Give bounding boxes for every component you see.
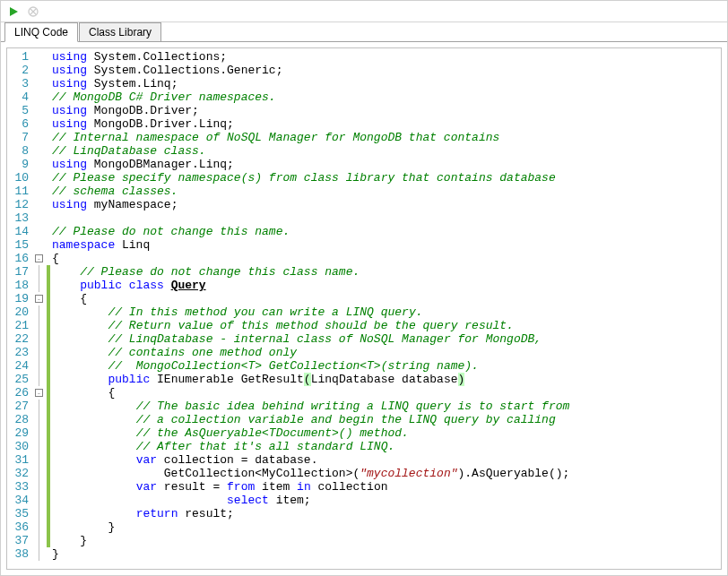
code-line[interactable]: using MongoDB.Driver; [52, 104, 721, 117]
code-line[interactable]: } [52, 534, 721, 547]
code-line[interactable]: var collection = database. [52, 453, 721, 467]
code-token: { [52, 252, 59, 265]
code-line[interactable]: // MongoCollection<T> GetCollection<T>(s… [52, 359, 721, 373]
code-line[interactable]: public class Query [52, 279, 721, 292]
line-number: 3 [9, 77, 29, 90]
code-line[interactable]: using System.Collections; [52, 50, 721, 64]
line-number: 7 [9, 131, 29, 144]
code-line[interactable]: select item; [52, 494, 721, 507]
tab-linq-code[interactable]: LINQ Code [4, 22, 78, 42]
code-editor[interactable]: 1234567891011121314151617181920212223242… [6, 47, 722, 570]
code-line[interactable]: // After that it's all standard LINQ. [52, 440, 721, 453]
code-line[interactable]: using MongoDB.Driver.Linq; [52, 117, 721, 131]
code-line[interactable]: namespace Linq [52, 238, 721, 252]
code-token: } [52, 547, 59, 561]
fold-marker [34, 507, 47, 520]
code-line[interactable]: // Please do not change this name. [52, 225, 721, 238]
fold-marker [34, 171, 47, 185]
code-token: // Please do not change this name. [52, 225, 290, 238]
line-number: 34 [9, 494, 29, 507]
code-line[interactable]: { [52, 292, 721, 305]
line-number: 8 [9, 144, 29, 158]
code-line[interactable]: using System.Linq; [52, 77, 721, 90]
tab-class-library[interactable]: Class Library [79, 22, 161, 41]
fold-marker [34, 90, 47, 104]
line-number: 15 [9, 238, 29, 252]
code-token: System.Linq; [94, 77, 178, 90]
code-line[interactable]: { [52, 386, 721, 400]
code-token: in [297, 480, 317, 494]
code-line[interactable]: // the AsQueryable<TDocument>() method. [52, 426, 721, 440]
code-line[interactable]: } [52, 547, 721, 561]
code-line[interactable]: // In this method you can write a LINQ q… [52, 305, 721, 319]
fold-marker [34, 400, 47, 413]
code-line[interactable]: // Please do not change this class name. [52, 265, 721, 279]
code-token: item; [276, 494, 311, 507]
code-token: using [52, 158, 94, 171]
code-line[interactable]: // Please specify namespace(s) from clas… [52, 171, 721, 185]
fold-marker [34, 534, 47, 547]
code-line[interactable]: // LinqDatabase class. [52, 144, 721, 158]
run-button[interactable] [4, 3, 22, 21]
code-line[interactable]: // schema classes. [52, 185, 721, 198]
line-number-gutter: 1234567891011121314151617181920212223242… [7, 48, 34, 569]
code-token [52, 359, 108, 373]
fold-marker [34, 265, 47, 279]
fold-marker [34, 494, 47, 507]
fold-toggle-icon[interactable]: - [35, 389, 43, 397]
line-number: 19 [9, 292, 29, 305]
line-number: 26 [9, 386, 29, 400]
fold-marker: - [34, 292, 47, 305]
code-token: // After that it's all standard LINQ. [136, 440, 395, 453]
code-token: ( [304, 373, 311, 386]
code-token: var [136, 453, 164, 467]
code-line[interactable]: // a collection variable and begin the L… [52, 413, 721, 426]
editor-container: 1234567891011121314151617181920212223242… [1, 42, 727, 575]
fold-toggle-icon[interactable]: - [35, 254, 43, 262]
code-line[interactable]: using myNamespace; [52, 198, 721, 211]
code-line[interactable]: // MongoDB C# Driver namespaces. [52, 90, 721, 104]
line-number: 37 [9, 534, 29, 547]
code-token: // LinqDatabase - internal class of NoSQ… [108, 332, 542, 346]
toolbar [1, 1, 727, 22]
code-line[interactable]: } [52, 520, 721, 534]
code-token: System.Collections; [94, 50, 227, 64]
code-token [52, 373, 108, 386]
code-line[interactable]: public IEnumerable GetResult(LinqDatabas… [52, 373, 721, 386]
code-token: return [136, 507, 186, 520]
code-token: "mycollection" [360, 467, 457, 480]
code-token [52, 440, 136, 453]
code-line[interactable] [52, 211, 721, 225]
stop-button[interactable] [24, 3, 42, 21]
code-token: // MongoCollection<T> GetCollection<T>(s… [108, 359, 478, 373]
code-line[interactable]: return result; [52, 507, 721, 520]
line-number: 31 [9, 453, 29, 467]
code-token: // In this method you can write a LINQ q… [108, 305, 422, 319]
code-line[interactable]: { [52, 252, 721, 265]
line-number: 20 [9, 305, 29, 319]
fold-marker [34, 225, 47, 238]
code-area[interactable]: using System.Collections;using System.Co… [50, 48, 721, 569]
fold-marker [34, 131, 47, 144]
fold-marker [34, 158, 47, 171]
code-line[interactable]: // contains one method only [52, 346, 721, 359]
code-token: using [52, 50, 94, 64]
fold-toggle-icon[interactable]: - [35, 295, 43, 303]
code-token [52, 279, 80, 292]
code-line[interactable]: var result = from item in collection [52, 480, 721, 494]
line-number: 35 [9, 507, 29, 520]
code-line[interactable]: // The basic idea behind writing a LINQ … [52, 400, 721, 413]
code-line[interactable]: using System.Collections.Generic; [52, 64, 721, 77]
code-token [52, 413, 136, 426]
code-line[interactable]: // Internal namespace of NoSQL Manager f… [52, 131, 721, 144]
line-number: 22 [9, 332, 29, 346]
code-line[interactable]: // LinqDatabase - internal class of NoSQ… [52, 332, 721, 346]
code-line[interactable]: GetCollection<MyCollection>("mycollectio… [52, 467, 721, 480]
line-number: 32 [9, 467, 29, 480]
fold-marker [34, 480, 47, 494]
fold-marker [34, 77, 47, 90]
code-line[interactable]: // Return value of this method should be… [52, 319, 721, 332]
code-token: LinqDatabase database [311, 373, 458, 386]
code-token [52, 400, 136, 413]
code-line[interactable]: using MongoDBManager.Linq; [52, 158, 721, 171]
